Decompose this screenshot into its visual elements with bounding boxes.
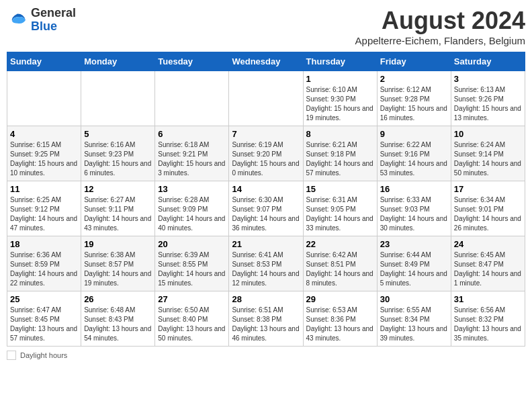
calendar-cell: 18Sunrise: 6:36 AMSunset: 8:59 PMDayligh… [7, 236, 81, 291]
day-info: Sunrise: 6:10 AMSunset: 9:30 PMDaylight:… [306, 85, 374, 123]
calendar-cell: 11Sunrise: 6:25 AMSunset: 9:12 PMDayligh… [7, 181, 81, 236]
day-info: Sunrise: 6:15 AMSunset: 9:25 PMDaylight:… [10, 140, 78, 178]
calendar-cell: 21Sunrise: 6:41 AMSunset: 8:53 PMDayligh… [229, 236, 303, 291]
calendar-cell: 10Sunrise: 6:24 AMSunset: 9:14 PMDayligh… [451, 126, 525, 181]
calendar-cell: 6Sunrise: 6:18 AMSunset: 9:21 PMDaylight… [155, 126, 229, 181]
week-row-5: 25Sunrise: 6:47 AMSunset: 8:45 PMDayligh… [7, 291, 525, 347]
day-info: Sunrise: 6:13 AMSunset: 9:26 PMDaylight:… [454, 85, 522, 123]
day-number: 23 [380, 239, 448, 249]
day-number: 6 [158, 129, 226, 139]
daylight-box [7, 351, 16, 360]
day-header-tuesday: Tuesday [155, 52, 229, 71]
day-info: Sunrise: 6:18 AMSunset: 9:21 PMDaylight:… [158, 140, 226, 178]
footer: Daylight hours [7, 351, 525, 360]
day-number: 14 [232, 184, 300, 194]
day-number: 4 [10, 129, 78, 139]
calendar-body: 1Sunrise: 6:10 AMSunset: 9:30 PMDaylight… [7, 71, 525, 347]
day-number: 19 [84, 239, 152, 249]
calendar-cell [229, 71, 303, 126]
day-number: 22 [306, 239, 374, 249]
calendar-cell: 29Sunrise: 6:53 AMSunset: 8:36 PMDayligh… [303, 291, 377, 347]
day-number: 29 [306, 294, 374, 304]
day-header-wednesday: Wednesday [229, 52, 303, 71]
day-info: Sunrise: 6:36 AMSunset: 8:59 PMDaylight:… [10, 250, 78, 288]
calendar-cell: 7Sunrise: 6:19 AMSunset: 9:20 PMDaylight… [229, 126, 303, 181]
day-info: Sunrise: 6:16 AMSunset: 9:23 PMDaylight:… [84, 140, 152, 178]
calendar-cell: 16Sunrise: 6:33 AMSunset: 9:03 PMDayligh… [377, 181, 451, 236]
calendar-cell: 1Sunrise: 6:10 AMSunset: 9:30 PMDaylight… [303, 71, 377, 126]
day-info: Sunrise: 6:41 AMSunset: 8:53 PMDaylight:… [232, 250, 300, 288]
week-row-1: 1Sunrise: 6:10 AMSunset: 9:30 PMDaylight… [7, 71, 525, 126]
calendar-cell: 15Sunrise: 6:31 AMSunset: 9:05 PMDayligh… [303, 181, 377, 236]
week-row-2: 4Sunrise: 6:15 AMSunset: 9:25 PMDaylight… [7, 126, 525, 181]
calendar-cell: 14Sunrise: 6:30 AMSunset: 9:07 PMDayligh… [229, 181, 303, 236]
calendar-cell: 28Sunrise: 6:51 AMSunset: 8:38 PMDayligh… [229, 291, 303, 347]
day-number: 30 [380, 294, 448, 304]
calendar-cell: 20Sunrise: 6:39 AMSunset: 8:55 PMDayligh… [155, 236, 229, 291]
calendar-cell: 2Sunrise: 6:12 AMSunset: 9:28 PMDaylight… [377, 71, 451, 126]
day-number: 26 [84, 294, 152, 304]
calendar: SundayMondayTuesdayWednesdayThursdayFrid… [7, 52, 525, 347]
day-info: Sunrise: 6:27 AMSunset: 9:11 PMDaylight:… [84, 195, 152, 233]
day-header-sunday: Sunday [7, 52, 81, 71]
week-row-4: 18Sunrise: 6:36 AMSunset: 8:59 PMDayligh… [7, 236, 525, 291]
daylight-label: Daylight hours [20, 351, 67, 359]
title-area: August 2024 Appelterre-Eichem, Flanders,… [355, 7, 525, 46]
calendar-cell: 4Sunrise: 6:15 AMSunset: 9:25 PMDaylight… [7, 126, 81, 181]
day-number: 2 [380, 74, 448, 84]
day-number: 17 [454, 184, 522, 194]
calendar-cell: 22Sunrise: 6:42 AMSunset: 8:51 PMDayligh… [303, 236, 377, 291]
day-number: 11 [10, 184, 78, 194]
day-number: 10 [454, 129, 522, 139]
day-header-monday: Monday [81, 52, 155, 71]
day-number: 15 [306, 184, 374, 194]
day-info: Sunrise: 6:42 AMSunset: 8:51 PMDaylight:… [306, 250, 374, 288]
calendar-cell: 9Sunrise: 6:22 AMSunset: 9:16 PMDaylight… [377, 126, 451, 181]
logo-icon [7, 9, 28, 31]
calendar-cell: 30Sunrise: 6:55 AMSunset: 8:34 PMDayligh… [377, 291, 451, 347]
calendar-cell: 31Sunrise: 6:56 AMSunset: 8:32 PMDayligh… [451, 291, 525, 347]
calendar-cell [7, 71, 81, 126]
calendar-cell: 19Sunrise: 6:38 AMSunset: 8:57 PMDayligh… [81, 236, 155, 291]
logo-text: General Blue [31, 7, 76, 34]
day-number: 20 [158, 239, 226, 249]
day-info: Sunrise: 6:28 AMSunset: 9:09 PMDaylight:… [158, 195, 226, 233]
calendar-cell: 27Sunrise: 6:50 AMSunset: 8:40 PMDayligh… [155, 291, 229, 347]
day-info: Sunrise: 6:38 AMSunset: 8:57 PMDaylight:… [84, 250, 152, 288]
day-number: 16 [380, 184, 448, 194]
calendar-cell: 25Sunrise: 6:47 AMSunset: 8:45 PMDayligh… [7, 291, 81, 347]
day-number: 25 [10, 294, 78, 304]
day-number: 27 [158, 294, 226, 304]
day-number: 5 [84, 129, 152, 139]
day-info: Sunrise: 6:12 AMSunset: 9:28 PMDaylight:… [380, 85, 448, 123]
calendar-cell: 8Sunrise: 6:21 AMSunset: 9:18 PMDaylight… [303, 126, 377, 181]
day-number: 21 [232, 239, 300, 249]
day-header-thursday: Thursday [303, 52, 377, 71]
day-info: Sunrise: 6:50 AMSunset: 8:40 PMDaylight:… [158, 306, 226, 343]
day-number: 9 [380, 129, 448, 139]
location: Appelterre-Eichem, Flanders, Belgium [355, 35, 525, 46]
day-number: 3 [454, 74, 522, 84]
calendar-cell: 24Sunrise: 6:45 AMSunset: 8:47 PMDayligh… [451, 236, 525, 291]
day-info: Sunrise: 6:44 AMSunset: 8:49 PMDaylight:… [380, 250, 448, 288]
week-row-3: 11Sunrise: 6:25 AMSunset: 9:12 PMDayligh… [7, 181, 525, 236]
day-info: Sunrise: 6:31 AMSunset: 9:05 PMDaylight:… [306, 195, 374, 233]
day-number: 12 [84, 184, 152, 194]
day-info: Sunrise: 6:47 AMSunset: 8:45 PMDaylight:… [10, 306, 78, 343]
logo: General Blue [7, 7, 76, 34]
day-info: Sunrise: 6:24 AMSunset: 9:14 PMDaylight:… [454, 140, 522, 178]
calendar-cell: 3Sunrise: 6:13 AMSunset: 9:26 PMDaylight… [451, 71, 525, 126]
day-info: Sunrise: 6:39 AMSunset: 8:55 PMDaylight:… [158, 250, 226, 288]
calendar-cell: 23Sunrise: 6:44 AMSunset: 8:49 PMDayligh… [377, 236, 451, 291]
calendar-cell [81, 71, 155, 126]
day-info: Sunrise: 6:22 AMSunset: 9:16 PMDaylight:… [380, 140, 448, 178]
day-info: Sunrise: 6:53 AMSunset: 8:36 PMDaylight:… [306, 306, 374, 343]
day-info: Sunrise: 6:30 AMSunset: 9:07 PMDaylight:… [232, 195, 300, 233]
day-number: 31 [454, 294, 522, 304]
calendar-cell: 5Sunrise: 6:16 AMSunset: 9:23 PMDaylight… [81, 126, 155, 181]
day-info: Sunrise: 6:51 AMSunset: 8:38 PMDaylight:… [232, 306, 300, 343]
day-info: Sunrise: 6:55 AMSunset: 8:34 PMDaylight:… [380, 306, 448, 343]
day-info: Sunrise: 6:34 AMSunset: 9:01 PMDaylight:… [454, 195, 522, 233]
header: General Blue August 2024 Appelterre-Eich… [7, 7, 525, 46]
day-number: 8 [306, 129, 374, 139]
